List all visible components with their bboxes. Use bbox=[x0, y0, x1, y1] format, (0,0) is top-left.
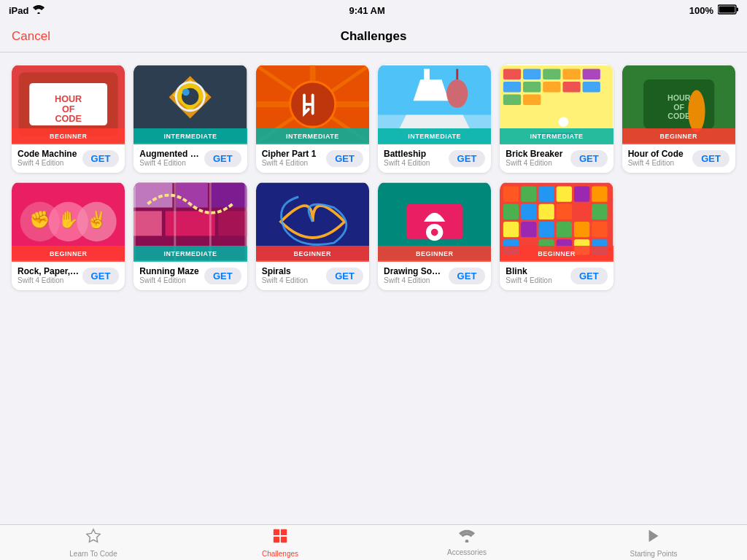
tab-learn-to-code[interactable]: Learn To Code bbox=[0, 525, 187, 560]
app-name-hour-of-code: Hour of Code bbox=[628, 149, 690, 159]
svg-marker-26 bbox=[399, 115, 470, 129]
cancel-button[interactable]: Cancel bbox=[12, 29, 50, 44]
app-card-battleship: INTERMEDIATEBattleshipSwift 4 EditionGET bbox=[378, 64, 491, 173]
app-info-running-maze: Running MazeSwift 4 EditionGET bbox=[133, 262, 247, 290]
app-info-row-drawing-sounds: Drawing SoundsSwift 4 EditionGET bbox=[384, 266, 485, 284]
wifi-tab-icon bbox=[459, 529, 475, 546]
tab-challenges-label: Challenges bbox=[262, 550, 298, 558]
svg-rect-37 bbox=[543, 82, 561, 93]
app-info-row-spirals: SpiralsSwift 4 EditionGET bbox=[262, 266, 363, 284]
svg-text:HOUR: HOUR bbox=[55, 94, 82, 104]
app-name-spirals: Spirals bbox=[262, 266, 324, 276]
app-name-section-rock-paper: Rock, Paper, Sci...Swift 4 Edition bbox=[18, 266, 80, 284]
svg-rect-63 bbox=[219, 211, 247, 236]
get-button-code-machine[interactable]: GET bbox=[82, 150, 120, 167]
difficulty-badge-hour-of-code: BEGINNER bbox=[622, 128, 735, 144]
tab-learn-label: Learn To Code bbox=[69, 550, 117, 558]
tab-challenges[interactable]: Challenges bbox=[187, 525, 374, 560]
app-name-section-blink: BlinkSwift 4 Edition bbox=[506, 266, 568, 284]
svg-rect-61 bbox=[133, 211, 162, 236]
app-card-augmented-reality: INTERMEDIATEAugmented Rea...Swift 4 Edit… bbox=[133, 64, 247, 173]
app-card-rock-paper: ✊ ✋ ✌ BEGINNERRock, Paper, Sci...Swift 4… bbox=[12, 182, 125, 290]
app-info-hour-of-code: Hour of CodeSwift 4 EditionGET bbox=[622, 144, 735, 173]
app-info-blink: BlinkSwift 4 EditionGET bbox=[500, 262, 613, 290]
get-button-blink[interactable]: GET bbox=[570, 268, 608, 284]
main-content: HOUR OF CODE BEGINNERCode MachineSwift 4… bbox=[0, 52, 747, 524]
svg-point-42 bbox=[559, 117, 569, 127]
get-button-brick-breaker[interactable]: GET bbox=[570, 150, 608, 167]
app-name-section-spirals: SpiralsSwift 4 Edition bbox=[262, 266, 324, 284]
app-info-row-cipher-part-1: Cipher Part 1Swift 4 EditionGET bbox=[262, 149, 363, 167]
app-info-row-augmented-reality: Augmented Rea...Swift 4 EditionGET bbox=[139, 149, 241, 167]
svg-rect-99 bbox=[281, 529, 287, 534]
app-name-brick-breaker: Brick Breaker bbox=[506, 149, 568, 159]
app-info-row-code-machine: Code MachineSwift 4 EditionGET bbox=[18, 149, 119, 167]
app-card-running-maze: INTERMEDIATERunning MazeSwift 4 EditionG… bbox=[133, 182, 247, 290]
difficulty-badge-code-machine: BEGINNER bbox=[12, 128, 125, 144]
app-info-spirals: SpiralsSwift 4 EditionGET bbox=[256, 262, 369, 290]
svg-rect-84 bbox=[574, 204, 589, 219]
app-info-brick-breaker: Brick BreakerSwift 4 EditionGET bbox=[500, 144, 613, 173]
svg-rect-78 bbox=[574, 186, 589, 201]
svg-point-15 bbox=[182, 89, 190, 96]
app-edition-code-machine: Swift 4 Edition bbox=[18, 159, 80, 167]
svg-text:HOUR: HOUR bbox=[667, 93, 691, 102]
app-edition-brick-breaker: Swift 4 Edition bbox=[506, 159, 568, 167]
tab-starting-label: Starting Points bbox=[630, 550, 677, 558]
svg-rect-34 bbox=[583, 69, 600, 79]
thumbnail-spirals: BEGINNER bbox=[256, 182, 369, 262]
app-name-battleship: Battleship bbox=[384, 149, 446, 159]
thumbnail-augmented-reality: INTERMEDIATE bbox=[133, 64, 247, 144]
get-button-rock-paper[interactable]: GET bbox=[82, 268, 120, 284]
get-button-augmented-reality[interactable]: GET bbox=[204, 150, 241, 167]
svg-rect-83 bbox=[557, 204, 572, 219]
svg-rect-101 bbox=[281, 536, 287, 542]
svg-rect-2 bbox=[737, 7, 739, 11]
battery-percent: 100% bbox=[689, 5, 713, 16]
get-button-spirals[interactable]: GET bbox=[326, 268, 363, 284]
app-card-hour-of-code: HOUR OF CODE BEGINNERHour of CodeSwift 4… bbox=[622, 64, 735, 173]
svg-rect-87 bbox=[521, 222, 536, 237]
app-name-cipher-part-1: Cipher Part 1 bbox=[262, 149, 324, 159]
app-info-battleship: BattleshipSwift 4 EditionGET bbox=[378, 144, 491, 173]
get-button-hour-of-code[interactable]: GET bbox=[692, 150, 729, 167]
device-label: iPad bbox=[9, 5, 28, 16]
svg-rect-30 bbox=[503, 69, 521, 79]
tab-bar: Learn To Code Challenges Accessories Sta… bbox=[0, 524, 747, 560]
app-name-section-code-machine: Code MachineSwift 4 Edition bbox=[18, 149, 80, 167]
challenges-icon bbox=[272, 528, 288, 548]
get-button-drawing-sounds[interactable]: GET bbox=[449, 268, 486, 284]
app-info-cipher-part-1: Cipher Part 1Swift 4 EditionGET bbox=[256, 144, 369, 173]
tab-starting-points[interactable]: Starting Points bbox=[560, 525, 747, 560]
get-button-cipher-part-1[interactable]: GET bbox=[326, 150, 363, 167]
get-button-battleship[interactable]: GET bbox=[449, 150, 486, 167]
app-name-blink: Blink bbox=[506, 266, 568, 276]
svg-rect-36 bbox=[523, 82, 541, 93]
svg-rect-62 bbox=[166, 211, 215, 236]
difficulty-badge-augmented-reality: INTERMEDIATE bbox=[133, 128, 247, 144]
svg-point-72 bbox=[431, 229, 438, 236]
get-button-running-maze[interactable]: GET bbox=[204, 268, 241, 284]
difficulty-badge-drawing-sounds: BEGINNER bbox=[378, 246, 491, 262]
thumbnail-cipher-part-1: INTERMEDIATE bbox=[256, 64, 369, 144]
difficulty-badge-rock-paper: BEGINNER bbox=[12, 246, 125, 262]
app-edition-running-maze: Swift 4 Edition bbox=[139, 276, 201, 284]
app-info-row-brick-breaker: Brick BreakerSwift 4 EditionGET bbox=[506, 149, 607, 167]
svg-rect-79 bbox=[592, 186, 608, 201]
svg-text:OF: OF bbox=[673, 103, 684, 112]
page-title: Challenges bbox=[341, 29, 407, 44]
svg-rect-3 bbox=[719, 6, 735, 12]
svg-rect-100 bbox=[274, 536, 279, 542]
svg-rect-81 bbox=[521, 204, 536, 219]
app-card-blink: BEGINNERBlinkSwift 4 EditionGET bbox=[500, 182, 613, 290]
tab-accessories-label: Accessories bbox=[447, 548, 487, 556]
app-name-rock-paper: Rock, Paper, Sci... bbox=[18, 266, 80, 276]
play-icon bbox=[646, 528, 662, 548]
difficulty-badge-brick-breaker: INTERMEDIATE bbox=[500, 128, 613, 144]
difficulty-badge-running-maze: INTERMEDIATE bbox=[133, 246, 247, 262]
tab-accessories[interactable]: Accessories bbox=[374, 525, 560, 560]
app-card-drawing-sounds: BEGINNERDrawing SoundsSwift 4 EditionGET bbox=[378, 182, 491, 290]
app-name-drawing-sounds: Drawing Sounds bbox=[384, 266, 446, 276]
svg-text:CODE: CODE bbox=[667, 112, 690, 120]
app-edition-hour-of-code: Swift 4 Edition bbox=[628, 159, 690, 167]
